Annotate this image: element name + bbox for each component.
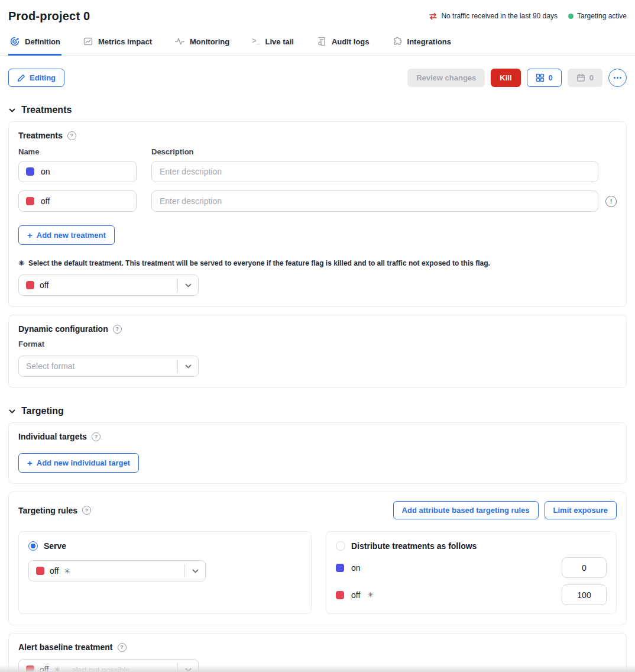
page-title: Prod-project 0 — [8, 9, 90, 23]
targeting-rules-header: Targeting rules ? Add attribute based ta… — [18, 501, 617, 519]
alert-baseline-header: Alert baseline treatment ? — [18, 642, 617, 652]
distribute-treatment-name: on — [351, 563, 361, 573]
serve-label: Serve — [44, 541, 66, 551]
default-marker-icon: ✳ — [367, 590, 374, 599]
distribute-row: off ✳ — [336, 584, 607, 605]
distribute-radio[interactable] — [336, 541, 345, 551]
treatment-description-input[interactable] — [151, 190, 598, 212]
default-treatment-note: ✳ Select the default treatment. This tre… — [18, 259, 617, 267]
default-treatment-value: off — [40, 280, 48, 290]
targeting-status-text: Targeting active — [577, 12, 627, 20]
tab-integrations[interactable]: Integrations — [391, 31, 452, 56]
treatments-section-title: Treatments — [21, 105, 72, 115]
add-new-treatment-button[interactable]: + Add new treatment — [18, 225, 115, 245]
traffic-arrows-icon — [429, 12, 438, 20]
distribute-percent-input[interactable] — [562, 584, 607, 605]
dynamic-configuration-card: Dynamic configuration ? Format Select fo… — [8, 315, 627, 388]
format-placeholder: Select format — [26, 361, 177, 371]
help-icon[interactable]: ? — [118, 643, 127, 652]
tab-audit-logs[interactable]: Audit logs — [315, 31, 371, 56]
distribute-option[interactable]: Distribute treatments as follows — [336, 541, 607, 551]
terminal-icon: >_ — [252, 37, 260, 46]
treatments-card-title: Treatments — [18, 131, 63, 140]
help-icon[interactable]: ? — [82, 506, 91, 515]
more-options-button[interactable] — [608, 69, 627, 87]
serve-option[interactable]: Serve — [28, 541, 302, 551]
format-label: Format — [18, 340, 617, 348]
status-area: No traffic received in the last 90 days … — [429, 12, 627, 20]
chevron-down-icon — [178, 363, 198, 370]
name-column-header: Name — [18, 147, 151, 156]
tab-label: Definition — [25, 37, 60, 46]
add-attribute-rules-button[interactable]: Add attribute based targeting rules — [393, 501, 539, 519]
alert-baseline-title: Alert baseline treatment — [18, 642, 113, 652]
treatments-card: Treatments ? Name Description on off ! +… — [8, 121, 627, 307]
treatment-name-field[interactable]: on — [18, 161, 137, 182]
limit-exposure-button[interactable]: Limit exposure — [545, 501, 617, 519]
tab-label: Live tail — [265, 37, 294, 46]
treatment-description-input[interactable] — [151, 161, 598, 182]
treatments-section-header[interactable]: Treatments — [8, 105, 627, 115]
tab-metrics-impact[interactable]: Metrics impact — [82, 31, 153, 56]
calendar-icon — [576, 73, 585, 82]
serve-radio[interactable] — [28, 541, 38, 551]
tab-live-tail[interactable]: >_ Live tail — [251, 31, 295, 56]
grid-icon — [536, 73, 545, 82]
distribute-treatment-name: off — [351, 590, 360, 600]
rules-actions: Add attribute based targeting rules Limi… — [393, 501, 617, 519]
toolbar-right: Review changes Kill 0 0 — [407, 69, 627, 87]
tab-bar: Definition Metrics impact Monitoring >_ … — [0, 31, 635, 56]
help-icon[interactable]: ? — [92, 432, 101, 441]
treatment-color-swatch — [336, 564, 344, 572]
puzzle-icon — [392, 36, 403, 47]
distribute-label: Distribute treatments as follows — [351, 541, 477, 551]
plus-icon: + — [27, 230, 33, 240]
review-changes-button[interactable]: Review changes — [407, 69, 485, 87]
tab-label: Integrations — [407, 37, 451, 46]
default-note-text: Select the default treatment. This treat… — [28, 259, 490, 267]
help-icon[interactable]: ? — [67, 131, 76, 140]
editing-label: Editing — [30, 73, 56, 82]
treatment-color-swatch[interactable] — [26, 197, 34, 205]
distribute-percent-input[interactable] — [562, 557, 607, 578]
schedule-count: 0 — [589, 73, 594, 82]
format-select[interactable]: Select format — [18, 356, 199, 377]
add-individual-target-label: Add new individual target — [37, 458, 130, 467]
kill-button[interactable]: Kill — [491, 69, 520, 87]
serve-panel: Serve off ✳ — [18, 531, 312, 614]
traffic-status: No traffic received in the last 90 days — [429, 12, 558, 20]
description-column-header: Description — [151, 147, 194, 156]
targeting-section-header[interactable]: Targeting — [8, 406, 627, 416]
tab-definition[interactable]: Definition — [8, 31, 61, 56]
treatment-name-field[interactable]: off — [18, 190, 137, 212]
schedule-button[interactable]: 0 — [568, 69, 602, 87]
editing-button[interactable]: Editing — [8, 69, 64, 87]
serve-treatment-select[interactable]: off ✳ — [28, 560, 206, 581]
targeting-active-dot — [568, 14, 574, 19]
monitoring-pulse-icon — [174, 36, 185, 47]
targeting-rules-card: Targeting rules ? Add attribute based ta… — [8, 492, 627, 625]
treatment-color-swatch — [26, 281, 34, 289]
versions-button[interactable]: 0 — [527, 69, 562, 87]
treatment-color-swatch[interactable] — [26, 167, 34, 176]
targeting-rules-title: Targeting rules — [18, 506, 77, 515]
tab-label: Audit logs — [332, 37, 370, 46]
treatment-color-swatch — [36, 567, 44, 575]
treatment-row: on — [18, 161, 617, 182]
default-treatment-select[interactable]: off — [18, 274, 199, 296]
treatment-name: off — [41, 196, 50, 206]
chevron-down-icon — [178, 282, 198, 289]
warning-icon[interactable]: ! — [605, 196, 617, 207]
dynamic-config-title: Dynamic configuration — [18, 324, 108, 334]
distribute-row: on — [336, 557, 607, 578]
tab-label: Monitoring — [190, 37, 229, 46]
treatment-color-swatch — [336, 591, 344, 599]
definition-target-icon — [9, 36, 20, 47]
add-individual-target-button[interactable]: + Add new individual target — [18, 453, 139, 473]
help-icon[interactable]: ? — [113, 325, 122, 334]
individual-targets-card: Individual targets ? + Add new individua… — [8, 422, 627, 484]
add-attribute-rules-label: Add attribute based targeting rules — [402, 506, 530, 515]
kill-label: Kill — [500, 73, 511, 82]
limit-exposure-label: Limit exposure — [553, 506, 608, 515]
tab-monitoring[interactable]: Monitoring — [173, 31, 231, 56]
